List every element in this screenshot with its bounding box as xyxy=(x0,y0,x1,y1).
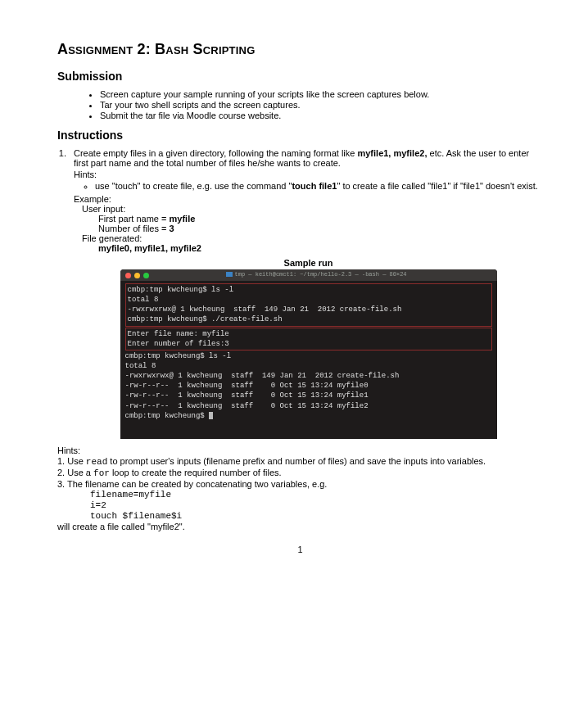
list-item: Screen capture your sample running of yo… xyxy=(100,89,543,99)
close-icon xyxy=(125,273,131,278)
code-inline: for xyxy=(93,468,110,478)
terminal-line: cmbp:tmp kwcheung$ ls -l xyxy=(125,351,492,361)
hint-line: 1. Use read to prompt user's inputs (fil… xyxy=(57,456,543,467)
terminal-body: cmbp:tmp kwcheung$ ls -l total 8 -rwxrwx… xyxy=(120,281,497,423)
text: " to create a file called "file1" if "fi… xyxy=(337,181,537,191)
hints-block: Hints: 1. Use read to prompt user's inpu… xyxy=(57,445,543,531)
bold-text: myfile xyxy=(170,214,196,224)
list-item: Tar your two shell scripts and the scree… xyxy=(100,100,543,110)
code-line: touch $filename$i xyxy=(90,511,543,521)
terminal-line: total 8 xyxy=(125,361,492,371)
terminal-window: tmp — keith@cmct1: ~/tmp/hello-2.3 — -ba… xyxy=(120,269,497,439)
code-line: i=2 xyxy=(90,500,543,510)
instructions-heading: Instructions xyxy=(57,129,543,142)
instruction-item: Create empty files in a given directory,… xyxy=(69,148,543,439)
hints-label: Hints: xyxy=(74,170,543,179)
file-generated-value: myfile0, myfile1, myfile2 xyxy=(98,243,543,253)
page-title: Assignment 2: Bash Scripting xyxy=(57,41,543,58)
folder-icon xyxy=(226,272,233,277)
submission-list: Screen capture your sample running of yo… xyxy=(57,89,543,120)
example-line: First part name = myfile xyxy=(98,214,543,224)
hint-line: 3. The filename can be created by concat… xyxy=(57,479,543,489)
instructions-list: Create empty files in a given directory,… xyxy=(57,148,543,439)
file-generated-label: File generated: xyxy=(82,233,543,243)
sample-run-label: Sample run xyxy=(74,258,543,268)
minimize-icon xyxy=(134,273,140,278)
terminal-line: -rwxrwxrwx@ 1 kwcheung staff 149 Jan 21 … xyxy=(128,305,490,314)
maximize-icon xyxy=(143,273,149,278)
hints-label: Hints: xyxy=(57,445,543,455)
terminal-title: tmp — keith@cmct1: ~/tmp/hello-2.3 — -ba… xyxy=(226,271,407,278)
cursor-icon xyxy=(209,412,213,419)
terminal-line: cmbp:tmp kwcheung$ ./create-file.sh xyxy=(128,314,490,324)
code-inline: read xyxy=(86,457,107,467)
example-label: Example: xyxy=(74,194,543,204)
hint-line: will create a file called "myfile2". xyxy=(57,522,543,531)
terminal-highlight-box: Enter file name: myfile Enter number of … xyxy=(125,328,492,350)
hint-item: use "touch" to create file, e.g. use the… xyxy=(95,181,543,191)
code-line: filename=myfile xyxy=(90,490,543,500)
terminal-line: cmbp:tmp kwcheung$ xyxy=(125,411,492,421)
bold-text: myfile1, myfile2, xyxy=(357,148,427,158)
terminal-line: -rw-r--r-- 1 kwcheung staff 0 Oct 15 13:… xyxy=(125,381,492,391)
list-item: Submit the tar file via Moodle course we… xyxy=(100,111,543,120)
terminal-line: total 8 xyxy=(128,295,490,305)
terminal-line: cmbp:tmp kwcheung$ ls -l xyxy=(128,285,490,295)
example-line: Number of files = 3 xyxy=(98,224,543,233)
terminal-line: -rw-r--r-- 1 kwcheung staff 0 Oct 15 13:… xyxy=(125,391,492,400)
submission-heading: Submission xyxy=(57,70,543,83)
terminal-line: Enter number of files:3 xyxy=(128,339,490,349)
text: Create empty files in a given directory,… xyxy=(74,148,357,158)
text: use "touch" to create file, e.g. use the… xyxy=(95,181,292,191)
terminal-line: -rw-r--r-- 1 kwcheung staff 0 Oct 15 13:… xyxy=(125,401,492,411)
terminal-line: Enter file name: myfile xyxy=(128,329,490,339)
terminal-highlight-box: cmbp:tmp kwcheung$ ls -l total 8 -rwxrwx… xyxy=(125,283,492,327)
page-number: 1 xyxy=(57,545,543,554)
text: First part name = xyxy=(98,214,170,224)
hint-line: 2. Use a for loop to create the required… xyxy=(57,468,543,478)
text: Number of files = xyxy=(98,224,170,233)
bold-text: touch file1 xyxy=(292,181,337,191)
terminal-line: -rwxrwxrwx@ 1 kwcheung staff 149 Jan 21 … xyxy=(125,371,492,381)
terminal-titlebar: tmp — keith@cmct1: ~/tmp/hello-2.3 — -ba… xyxy=(120,269,497,281)
bold-text: 3 xyxy=(170,224,174,233)
user-input-label: User input: xyxy=(82,204,543,214)
